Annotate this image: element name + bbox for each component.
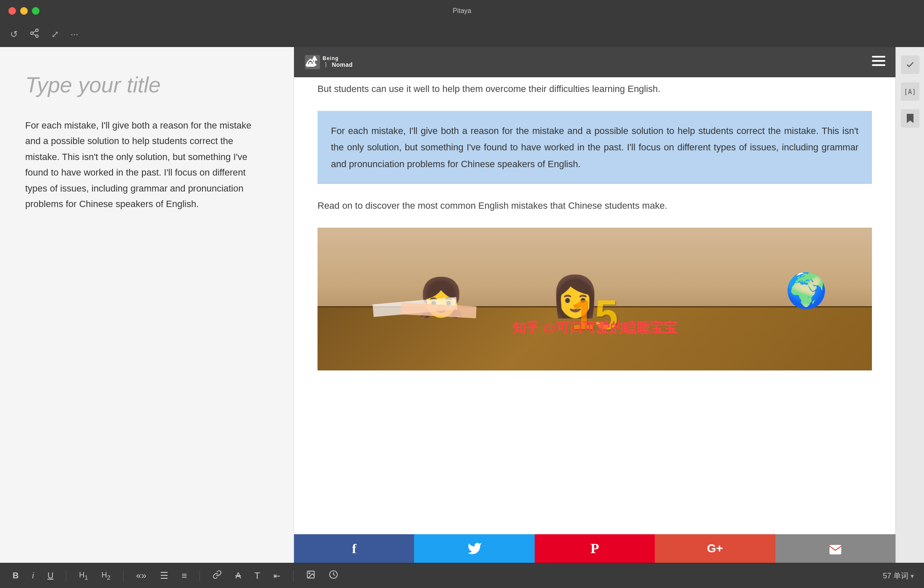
share-button[interactable] <box>29 28 39 41</box>
link-icon <box>213 570 222 579</box>
article-read-on-text: Read on to discover the most common Engl… <box>318 200 667 211</box>
gplus-icon: G+ <box>707 542 723 555</box>
editor-title-placeholder[interactable]: Type your title <box>25 72 268 97</box>
checkbox-tool[interactable] <box>901 55 919 74</box>
clock-button[interactable] <box>326 568 341 583</box>
svg-rect-9 <box>872 60 885 62</box>
underline-button[interactable]: U <box>45 569 56 582</box>
svg-text:🚶‍♂️ Nomad: 🚶‍♂️ Nomad <box>323 61 353 68</box>
svg-rect-10 <box>872 64 885 66</box>
svg-line-3 <box>33 34 36 36</box>
text-type-button[interactable]: T <box>252 569 262 583</box>
number-overlay: 15 <box>571 286 618 337</box>
close-button[interactable] <box>8 7 16 15</box>
more-button[interactable]: ··· <box>71 29 78 40</box>
site-logo[interactable]: 🏕 Being 🚶‍♂️ Nomad <box>304 52 396 73</box>
clock-icon <box>329 570 338 579</box>
article-highlighted-paragraph: For each mistake, I'll give both a reaso… <box>318 111 872 184</box>
browser-content: 🏕 Being 🚶‍♂️ Nomad But students ca <box>294 47 895 563</box>
svg-point-1 <box>31 32 33 34</box>
code-icon: [A] <box>904 88 916 96</box>
image-button[interactable] <box>304 568 318 583</box>
svg-rect-8 <box>872 56 885 58</box>
divider-3 <box>200 570 200 582</box>
bottom-toolbar: B i U H1 H2 «» ☰ ≡ A T ⇤ 57 单词 ▾ <box>0 563 924 588</box>
strikethrough-button[interactable]: A <box>233 569 243 582</box>
svg-point-12 <box>309 572 310 574</box>
email-share[interactable] <box>775 534 895 563</box>
globe: 🌍 <box>785 262 827 319</box>
twitter-icon <box>467 541 482 556</box>
word-count[interactable]: 57 单词 ▾ <box>883 571 914 581</box>
article-intro-text: But students can use it well to help the… <box>318 84 660 94</box>
h2-button[interactable]: H2 <box>99 569 113 583</box>
divider-1 <box>66 570 66 582</box>
image-icon <box>306 570 315 579</box>
link-button[interactable] <box>210 568 224 583</box>
article-content: But students can use it well to help the… <box>294 47 895 387</box>
window-controls <box>8 7 39 15</box>
pinterest-icon: P <box>591 541 599 556</box>
italic-button[interactable]: i <box>29 569 36 582</box>
minimize-button[interactable] <box>20 7 28 15</box>
svg-point-0 <box>36 29 38 32</box>
browser-toolbar: 🏕 Being 🚶‍♂️ Nomad <box>294 47 895 77</box>
browser-sidebar: [A] <box>895 47 924 563</box>
pinterest-share[interactable]: P <box>535 534 655 563</box>
checkbox-icon <box>906 60 915 69</box>
word-count-value: 57 单词 <box>883 572 908 580</box>
fullscreen-button[interactable] <box>32 7 39 15</box>
app-title: Pitaya <box>453 7 471 15</box>
word-count-arrow[interactable]: ▾ <box>911 572 914 580</box>
divider-2 <box>123 570 123 582</box>
editor-body-text[interactable]: For each mistake, I'll give both a reaso… <box>25 118 268 212</box>
article-read-on: Read on to discover the most common Engl… <box>318 197 872 214</box>
outdent-button[interactable]: ⇤ <box>271 569 283 583</box>
divider-4 <box>293 570 294 582</box>
being-nomad-logo-svg: 🏕 Being 🚶‍♂️ Nomad <box>304 52 396 73</box>
hamburger-button[interactable] <box>872 54 885 71</box>
svg-text:Being: Being <box>323 55 339 61</box>
title-bar: Pitaya <box>0 0 924 22</box>
bookmark-tool[interactable] <box>901 109 919 128</box>
list-ordered-button[interactable]: ≡ <box>179 569 190 583</box>
refresh-button[interactable]: ↺ <box>10 29 18 40</box>
twitter-share[interactable] <box>414 534 534 563</box>
list-unordered-button[interactable]: ☰ <box>158 569 171 583</box>
email-icon <box>828 543 843 554</box>
bookmark-icon <box>906 113 914 124</box>
social-bar: f P G+ <box>294 534 895 563</box>
main-toolbar: ↺ ⤢ ··· <box>0 22 924 47</box>
code-tool[interactable]: [A] <box>901 82 919 101</box>
facebook-icon: f <box>352 541 357 556</box>
expand-button[interactable]: ⤢ <box>51 29 59 40</box>
article-image: 👧 👩 🌍 15 知乎 @可口可爱的瞌睡宝宝 <box>318 228 872 370</box>
bold-button[interactable]: B <box>10 569 21 582</box>
article-intro: But students can use it well to help the… <box>318 81 872 97</box>
svg-text:🏕: 🏕 <box>306 56 318 68</box>
hamburger-icon <box>872 54 885 68</box>
facebook-share[interactable]: f <box>294 534 414 563</box>
gplus-share[interactable]: G+ <box>655 534 775 563</box>
svg-point-2 <box>36 35 38 37</box>
main-area: Type your title For each mistake, I'll g… <box>0 47 924 563</box>
article-highlighted-text: For each mistake, I'll give both a reaso… <box>331 126 858 169</box>
svg-line-4 <box>33 31 36 33</box>
quote-button[interactable]: «» <box>134 569 149 583</box>
editor-panel[interactable]: Type your title For each mistake, I'll g… <box>0 47 294 563</box>
h1-button[interactable]: H1 <box>76 569 90 583</box>
browser-panel: 🏕 Being 🚶‍♂️ Nomad But students ca <box>294 47 924 563</box>
